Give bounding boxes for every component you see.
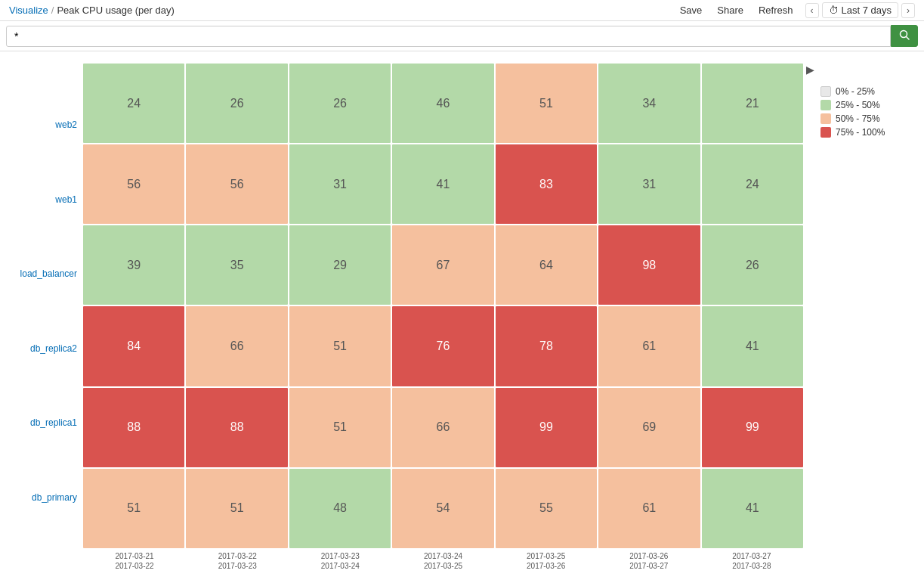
y-axis-label[interactable]: load_balancer (20, 268, 77, 279)
heat-cell[interactable]: 51 (83, 469, 184, 548)
heat-cell[interactable]: 31 (598, 144, 700, 224)
heat-cell[interactable]: 48 (289, 469, 391, 548)
legend-swatch (820, 127, 831, 138)
heat-cell[interactable]: 61 (598, 306, 700, 386)
heat-cell[interactable]: 41 (702, 306, 803, 386)
search-bar (0, 21, 924, 51)
legend-label: 25% - 50% (836, 100, 880, 110)
heat-cell[interactable]: 99 (496, 388, 597, 467)
breadcrumb-visualize-link[interactable]: Visualize (9, 5, 48, 16)
heat-cell[interactable]: 76 (392, 306, 493, 386)
heat-cell[interactable]: 24 (83, 64, 184, 143)
header-actions: Save Share Refresh ‹ ⏱ Last 7 days › (677, 2, 915, 18)
breadcrumb: Visualize / Peak CPU usage (per day) (9, 5, 175, 16)
heat-cell[interactable]: 69 (598, 388, 700, 467)
y-axis-label[interactable]: web2 (55, 119, 77, 130)
prev-time-button[interactable]: ‹ (805, 3, 819, 18)
legend-label: 50% - 75% (836, 113, 880, 124)
y-axis: web2web1load_balancerdb_replica2db_repli… (0, 57, 83, 580)
legend: 0% - 25%25% - 50%50% - 75%75% - 100% (814, 80, 924, 147)
x-axis-label: 2017-03-25 2017-03-26 (495, 551, 598, 571)
heat-cell[interactable]: 98 (598, 225, 700, 305)
legend-label: 75% - 100% (836, 127, 885, 138)
heat-cell[interactable]: 51 (496, 64, 597, 143)
heat-cell[interactable]: 41 (392, 144, 493, 224)
heat-cell[interactable]: 61 (598, 469, 700, 548)
x-axis-label: 2017-03-27 2017-03-28 (700, 551, 803, 571)
time-range-picker[interactable]: ⏱ Last 7 days (822, 2, 899, 18)
y-axis-label[interactable]: db_primary (32, 492, 77, 503)
heat-cell[interactable]: 84 (83, 306, 184, 386)
heat-cell[interactable]: 88 (83, 388, 184, 467)
legend-item: 0% - 25% (820, 86, 918, 97)
y-axis-label[interactable]: db_replica1 (30, 417, 77, 428)
heat-cell[interactable]: 29 (289, 225, 391, 305)
x-axis-label: 2017-03-24 2017-03-25 (391, 551, 494, 571)
heat-cell[interactable]: 66 (186, 306, 287, 386)
x-axis-label: 2017-03-21 2017-03-22 (83, 551, 186, 571)
heat-cell[interactable]: 64 (496, 225, 597, 305)
heat-cell[interactable]: 83 (496, 144, 597, 224)
legend-swatch (820, 113, 831, 124)
heat-cell[interactable]: 66 (392, 388, 493, 467)
heat-cell[interactable]: 46 (392, 64, 493, 143)
chart-area: web2web1load_balancerdb_replica2db_repli… (0, 51, 924, 586)
next-time-button[interactable]: › (901, 3, 915, 18)
heatmap-container: 2426264651342156563141833124393529676498… (83, 57, 803, 580)
legend-label: 0% - 25% (836, 86, 875, 97)
svg-line-1 (907, 37, 910, 40)
time-navigation: ‹ ⏱ Last 7 days › (805, 2, 916, 18)
x-axis: 2017-03-21 2017-03-222017-03-22 2017-03-… (83, 548, 803, 584)
legend-toggle: ▶ (806, 64, 814, 76)
heat-cell[interactable]: 99 (702, 388, 803, 467)
bottom-section: 2017-03-21 2017-03-222017-03-22 2017-03-… (83, 548, 803, 586)
heat-cell[interactable]: 31 (289, 144, 391, 224)
y-axis-label[interactable]: web1 (55, 194, 77, 205)
breadcrumb-separator: / (51, 5, 54, 16)
x-axis-label: 2017-03-23 2017-03-24 (289, 551, 391, 571)
heat-cell[interactable]: 67 (392, 225, 493, 305)
page-title: Peak CPU usage (per day) (57, 5, 174, 16)
heat-cell[interactable]: 51 (289, 306, 391, 386)
heat-cell[interactable]: 78 (496, 306, 597, 386)
header: Visualize / Peak CPU usage (per day) Sav… (0, 0, 924, 21)
search-icon (899, 29, 910, 40)
legend-swatch (820, 100, 831, 110)
heat-cell[interactable]: 26 (289, 64, 391, 143)
time-icon: ⏱ (829, 5, 839, 16)
heat-cell[interactable]: 56 (186, 144, 287, 224)
refresh-button[interactable]: Refresh (756, 3, 796, 17)
heat-cell[interactable]: 34 (598, 64, 700, 143)
x-axis-label: 2017-03-26 2017-03-27 (598, 551, 700, 571)
heat-cell[interactable]: 56 (83, 144, 184, 224)
share-button[interactable]: Share (714, 3, 746, 17)
heat-cell[interactable]: 88 (186, 388, 287, 467)
x-axis-label: 2017-03-22 2017-03-23 (186, 551, 289, 571)
chart-main: ▶ 0% - 25%25% - 50%50% - 75%75% - 100% 2… (83, 57, 924, 580)
heat-cell[interactable]: 24 (702, 144, 803, 224)
heat-cell[interactable]: 51 (186, 469, 287, 548)
heat-cell[interactable]: 26 (702, 225, 803, 305)
legend-item: 75% - 100% (820, 127, 918, 138)
heat-cell[interactable]: 55 (496, 469, 597, 548)
legend-item: 50% - 75% (820, 113, 918, 124)
heat-cell[interactable]: 51 (289, 388, 391, 467)
legend-toggle-button[interactable]: ▶ (806, 64, 814, 76)
heat-cell[interactable]: 35 (186, 225, 287, 305)
y-axis-label[interactable]: db_replica2 (30, 343, 77, 354)
heat-cell[interactable]: 41 (702, 469, 803, 548)
save-button[interactable]: Save (677, 3, 706, 17)
search-button[interactable] (891, 25, 918, 47)
legend-item: 25% - 50% (820, 100, 918, 110)
heat-cell[interactable]: 54 (392, 469, 493, 548)
heatmap-grid: 2426264651342156563141833124393529676498… (83, 64, 803, 548)
search-input[interactable] (6, 26, 891, 47)
time-range-label: Last 7 days (842, 5, 892, 16)
heat-cell[interactable]: 26 (186, 64, 287, 143)
heat-cell[interactable]: 21 (702, 64, 803, 143)
heat-cell[interactable]: 39 (83, 225, 184, 305)
legend-swatch (820, 86, 831, 97)
